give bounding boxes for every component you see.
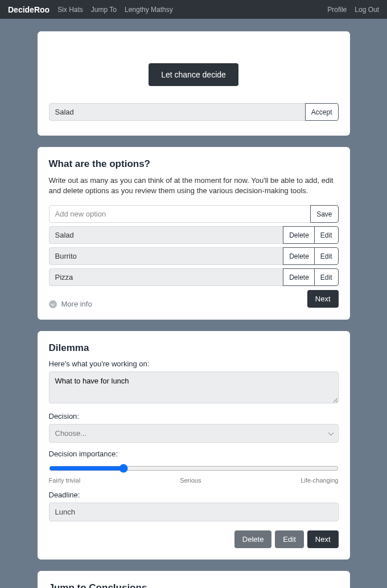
nav-profile[interactable]: Profile <box>327 6 347 14</box>
option-edit-button[interactable]: Edit <box>314 268 339 286</box>
option-delete-button[interactable]: Delete <box>283 226 315 244</box>
jump-title: Jump to Conclusions <box>49 582 339 588</box>
options-next-button[interactable]: Next <box>307 290 339 308</box>
more-info-toggle[interactable]: More info <box>49 300 92 308</box>
chance-result: Salad <box>49 103 306 121</box>
option-label: Burrito <box>49 247 284 265</box>
dilemma-textarea[interactable] <box>49 371 339 403</box>
add-option-input[interactable] <box>49 205 311 223</box>
dilemma-title: Dilemma <box>49 342 339 354</box>
range-label-serious: Serious <box>180 477 201 484</box>
dilemma-delete-button[interactable]: Delete <box>234 530 272 548</box>
working-on-label: Here's what you're working on: <box>49 360 339 368</box>
decision-select[interactable]: Choose... <box>49 424 339 443</box>
let-chance-decide-button[interactable]: Let chance decide <box>149 63 238 86</box>
importance-label: Decision importance: <box>49 450 339 458</box>
range-label-trivial: Fairly trivial <box>49 477 81 484</box>
brand[interactable]: DecideRoo <box>8 5 50 14</box>
nav-six-hats[interactable]: Six Hats <box>57 6 83 14</box>
nav-lengthy-mathsy[interactable]: Lengthy Mathsy <box>125 6 173 14</box>
option-label: Salad <box>49 226 284 244</box>
option-delete-button[interactable]: Delete <box>283 247 315 265</box>
option-row: BurritoDeleteEdit <box>49 247 339 265</box>
chevron-down-icon <box>49 300 57 308</box>
dilemma-edit-button[interactable]: Edit <box>275 530 303 548</box>
option-edit-button[interactable]: Edit <box>314 247 339 265</box>
options-desc: Write out as many as you can think of at… <box>49 175 339 196</box>
importance-slider[interactable] <box>49 464 339 473</box>
jump-card: Jump to Conclusions Pick an option at ra… <box>38 571 350 588</box>
options-title: What are the options? <box>49 158 339 170</box>
save-button[interactable]: Save <box>310 205 338 223</box>
navbar: DecideRoo Six Hats Jump To Lengthy Maths… <box>0 0 387 19</box>
chance-card: Let chance decide Salad Accept <box>38 31 350 136</box>
option-edit-button[interactable]: Edit <box>314 226 339 244</box>
dilemma-card: Dilemma Here's what you're working on: D… <box>38 331 350 560</box>
nav-jump-to[interactable]: Jump To <box>91 6 117 14</box>
dilemma-next-button[interactable]: Next <box>307 530 339 548</box>
nav-logout[interactable]: Log Out <box>355 6 379 14</box>
option-delete-button[interactable]: Delete <box>283 268 315 286</box>
decision-label: Decision: <box>49 412 339 420</box>
option-label: Pizza <box>49 268 284 286</box>
deadline-label: Deadline: <box>49 491 339 499</box>
more-info-label: More info <box>61 300 92 308</box>
options-card: What are the options? Write out as many … <box>38 147 350 320</box>
accept-button[interactable]: Accept <box>305 103 339 121</box>
option-row: PizzaDeleteEdit <box>49 268 339 286</box>
deadline-input[interactable] <box>49 503 339 521</box>
option-row: SaladDeleteEdit <box>49 226 339 244</box>
range-label-life: Life-changing <box>300 477 338 484</box>
